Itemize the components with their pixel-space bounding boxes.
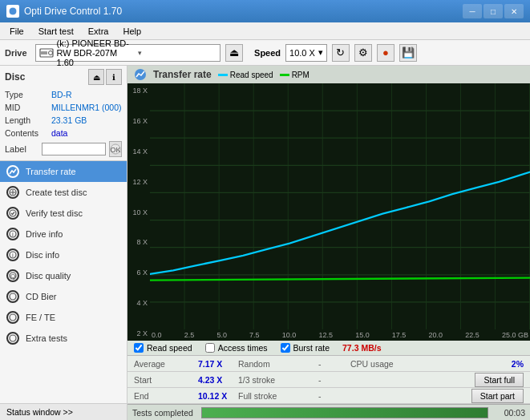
close-button[interactable]: ✕ <box>504 4 524 18</box>
legend-read-speed-color <box>218 74 228 76</box>
end-label: End <box>134 391 198 401</box>
chart-header: Transfer rate Read speed RPM <box>127 66 530 83</box>
nav-create-test-disc-label: Create test disc <box>26 188 87 197</box>
drive-selector[interactable]: (k:) PIONEER BD-RW BDR-207M 1.60 ▾ <box>35 44 221 62</box>
average-value: 7.17 X <box>198 359 238 369</box>
x-label-22-5: 22.5 <box>465 331 479 339</box>
checkbox-row: Read speed Access times Burst rate 77.3 … <box>127 341 530 356</box>
y-axis-labels: 2 X 4 X 6 X 8 X 10 X 12 X 14 X 16 X 18 X <box>127 83 150 341</box>
checkbox-access-times: Access times <box>205 343 268 353</box>
menu-start-test[interactable]: Start test <box>32 25 80 38</box>
x-label-17-5: 17.5 <box>392 331 407 339</box>
progress-bar-container <box>201 407 488 418</box>
legend-rpm-label: RPM <box>292 71 310 79</box>
contents-label: Contents <box>5 127 51 139</box>
x-label-25: 25.0 GB <box>502 331 528 339</box>
nav-disc-quality-label: Disc quality <box>26 271 71 281</box>
nav-fe-te-label: FE / TE <box>26 313 55 322</box>
menu-file[interactable]: File <box>3 25 30 38</box>
svg-point-17 <box>10 314 16 321</box>
svg-text:OK: OK <box>110 146 120 154</box>
svg-point-18 <box>10 335 16 341</box>
disc-type-row: Type BD-R <box>5 88 122 101</box>
checkbox-access-times-input[interactable] <box>205 343 215 353</box>
chart-title: Transfer rate <box>153 69 212 80</box>
x-label-10: 10.0 <box>282 331 297 339</box>
label-input[interactable] <box>42 143 106 155</box>
nav-create-test-disc[interactable]: Create test disc <box>0 182 127 203</box>
x-label-5: 5.0 <box>216 331 227 339</box>
y-label-12x: 12 X <box>127 178 150 186</box>
verify-test-disc-icon <box>6 207 19 220</box>
minimize-button[interactable]: ─ <box>463 4 482 18</box>
type-value: BD-R <box>51 88 72 101</box>
random-value: - <box>318 359 350 369</box>
nav-verify-test-disc[interactable]: Verify test disc <box>0 203 127 224</box>
main-content: Transfer rate Read speed RPM 2 X 4 X 6 X… <box>127 66 530 420</box>
nav-disc-quality[interactable]: Q Disc quality <box>0 265 127 286</box>
cd-bier-icon <box>6 290 19 303</box>
checkbox-access-times-label: Access times <box>218 343 268 353</box>
sidebar: Disc ⏏ ℹ Type BD-R MID MILLENMR1 (000) L… <box>0 66 127 420</box>
legend-rpm: RPM <box>280 71 310 79</box>
disc-quality-icon: Q <box>6 269 19 282</box>
nav-extra-tests-label: Extra tests <box>26 333 67 343</box>
nav-disc-info-label: Disc info <box>26 250 59 260</box>
status-bar: Tests completed 00:03 <box>127 404 530 420</box>
chart-svg-wrapper: 0.0 2.5 5.0 7.5 10.0 12.5 15.0 17.5 20.0… <box>150 83 530 341</box>
disc-section-label: Disc <box>5 71 25 83</box>
svg-text:i: i <box>12 231 14 238</box>
mid-value: MILLENMR1 (000) <box>51 101 122 114</box>
label-ok-button[interactable]: OK <box>109 141 122 157</box>
nav-cd-bier[interactable]: CD Bier <box>0 286 127 307</box>
settings-button[interactable]: ⚙ <box>354 44 372 62</box>
y-label-8x: 8 X <box>127 238 150 246</box>
disc-eject-button[interactable]: ⏏ <box>88 69 104 85</box>
svg-point-2 <box>48 50 52 55</box>
menu-help[interactable]: Help <box>116 25 148 38</box>
nav-drive-info[interactable]: i Drive info <box>0 224 127 244</box>
nav-extra-tests[interactable]: Extra tests <box>0 328 127 349</box>
app-icon <box>6 5 19 18</box>
nav-disc-info[interactable]: i Disc info <box>0 244 127 265</box>
status-window-button[interactable]: Status window >> <box>0 403 127 420</box>
type-label: Type <box>5 88 51 101</box>
menu-extra[interactable]: Extra <box>82 25 115 38</box>
y-label-4x: 4 X <box>127 299 150 307</box>
speed-selector[interactable]: 10.0 X ▾ <box>285 44 327 62</box>
svg-point-0 <box>9 7 17 15</box>
checkbox-read-speed-input[interactable] <box>134 343 144 353</box>
cpu-label: CPU usage <box>350 359 512 369</box>
legend-rpm-color <box>280 74 289 76</box>
drive-label: Drive <box>5 48 27 58</box>
eject-button[interactable]: ⏏ <box>225 44 243 62</box>
save-button[interactable]: 💾 <box>399 44 417 62</box>
maximize-button[interactable]: □ <box>483 4 503 18</box>
random-label: Random <box>238 359 318 369</box>
x-label-7-5: 7.5 <box>249 331 260 339</box>
drive-value: (k:) PIONEER BD-RW BDR-207M 1.60 <box>57 38 136 67</box>
nav-fe-te[interactable]: FE / TE <box>0 307 127 328</box>
start-part-button[interactable]: Start part <box>471 389 524 403</box>
refresh-button[interactable]: ↻ <box>332 44 350 62</box>
third-stroke-value: - <box>318 375 350 385</box>
nav-items: Transfer rate Create test disc Verify te… <box>0 161 127 403</box>
progress-bar-fill <box>202 408 488 418</box>
nav-cd-bier-label: CD Bier <box>26 292 57 301</box>
length-label: Length <box>5 114 51 127</box>
end-value: 10.12 X <box>198 391 238 401</box>
x-label-15: 15.0 <box>355 331 370 339</box>
burn-button[interactable]: ● <box>377 44 394 62</box>
fe-te-icon <box>6 311 19 324</box>
y-label-6x: 6 X <box>127 269 150 277</box>
app-title: Opti Drive Control 1.70 <box>24 6 122 17</box>
y-label-14x: 14 X <box>127 147 150 155</box>
chart-icon <box>134 68 147 81</box>
disc-info-button[interactable]: ℹ <box>106 69 122 85</box>
checkbox-burst-rate-input[interactable] <box>281 343 290 353</box>
svg-rect-20 <box>150 83 530 329</box>
start-full-button[interactable]: Start full <box>475 373 524 387</box>
mid-label: MID <box>5 101 51 114</box>
stats-row-start: Start 4.23 X 1/3 stroke - Start full <box>127 372 530 388</box>
nav-transfer-rate[interactable]: Transfer rate <box>0 161 127 182</box>
